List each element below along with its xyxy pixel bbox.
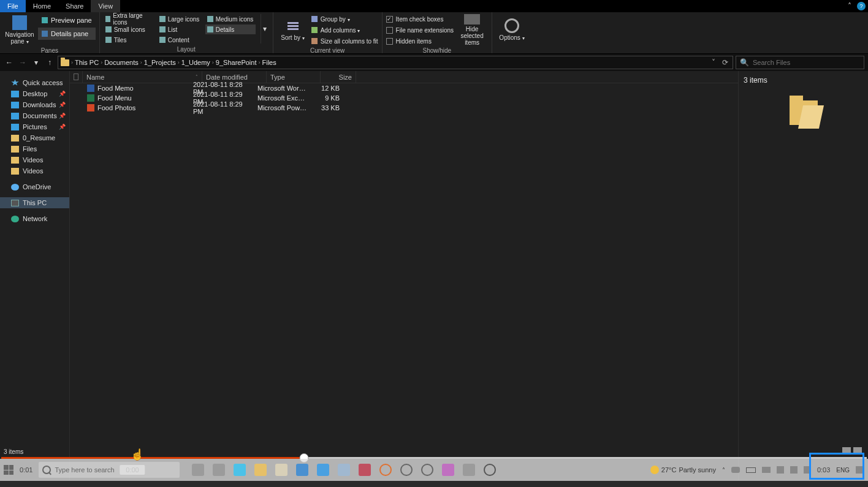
hide-selected-button[interactable]: Hide selected items [456,14,488,46]
file-row[interactable]: Food Memo 2021-08-11 8:28 PM Microsoft W… [70,83,738,93]
breadcrumb-seg[interactable]: This PC [75,59,99,66]
tab-view[interactable]: View [91,0,120,12]
nav-forward-button[interactable]: → [17,57,28,68]
file-name-extensions-toggle[interactable]: File name extensions [386,25,454,35]
sidebar-videos1[interactable]: Videos [0,154,69,165]
sidebar-videos2[interactable]: Videos [0,165,69,176]
sidebar-resume[interactable]: 0_Resume [0,132,69,143]
sidebar-desktop[interactable]: Desktop📌 [0,88,69,99]
column-name[interactable]: Name˄ [83,71,202,83]
cortana-icon[interactable] [192,464,204,476]
layout-content[interactable]: Content [158,35,202,45]
app-icon[interactable] [359,464,371,476]
notifications-icon[interactable] [856,466,864,474]
onedrive-tray-icon[interactable] [731,467,740,473]
nav-recent-dropdown[interactable]: ▾ [31,57,42,68]
folder-icon [11,135,19,142]
tab-file[interactable]: File [0,0,26,12]
sidebar-quick-access[interactable]: Quick access [0,77,69,88]
size-all-columns-button[interactable]: Size all columns to fit [311,36,378,46]
layout-list[interactable]: List [158,25,202,34]
sort-by-button[interactable]: Sort by [277,14,309,46]
pin-icon: 📌 [59,113,66,119]
battery-icon[interactable] [746,467,756,473]
view-details-icon[interactable] [842,447,851,453]
language-indicator[interactable]: ENG [836,467,850,474]
layout-small[interactable]: Small icons [104,25,154,34]
add-columns-button[interactable]: Add columns [311,25,378,35]
sidebar-network[interactable]: Network [0,213,69,224]
nav-back-button[interactable]: ← [4,57,15,68]
item-check-boxes-toggle[interactable]: ✓Item check boxes [386,14,454,24]
rewind-icon[interactable] [400,464,413,476]
breadcrumb-seg[interactable]: Files [262,59,276,66]
layout-medium[interactable]: Medium icons [205,14,256,24]
store-icon[interactable] [275,464,287,476]
breadcrumb[interactable]: › This PC› Documents› 1_Projects› 1_Udem… [58,56,733,69]
sort-caret-icon: ˄ [196,75,198,80]
layout-tiles[interactable]: Tiles [104,35,154,45]
ribbon-collapse-icon[interactable]: ˄ [845,2,855,10]
view-thumb-icon[interactable] [853,447,862,453]
sidebar-pictures[interactable]: Pictures📌 [0,121,69,132]
onenote-icon[interactable] [442,464,454,476]
breadcrumb-seg[interactable]: 9_SharePoint [216,59,257,66]
header-checkbox[interactable] [70,71,83,83]
sidebar-downloads[interactable]: Downloads📌 [0,99,69,110]
edge-icon[interactable] [234,464,246,476]
search-input[interactable] [753,59,860,66]
details-pane-button[interactable]: Details pane [38,28,96,40]
address-history-dropdown[interactable]: ˅ [709,58,718,67]
breadcrumb-seg[interactable]: Documents [104,59,139,66]
mail-icon[interactable] [317,464,329,476]
sidebar-documents[interactable]: Documents📌 [0,110,69,121]
help-icon[interactable]: ? [857,2,866,10]
hidden-items-toggle[interactable]: Hidden items [386,36,454,46]
volume-tray-icon[interactable] [804,466,811,474]
taskview-icon[interactable] [213,464,225,476]
folder-icon [11,157,19,164]
layout-details[interactable]: Details [205,25,256,34]
breadcrumb-seg[interactable]: 1_Projects [144,59,176,66]
expand-icon[interactable] [463,464,475,476]
windows-start-icon[interactable] [4,465,13,475]
tray-icon[interactable] [777,466,784,474]
tab-share[interactable]: Share [58,0,91,12]
tab-home[interactable]: Home [26,0,58,12]
column-type[interactable]: Type [267,71,321,83]
navigation-pane-button[interactable]: Navigation pane [4,14,36,46]
file-row[interactable]: Food Photos 2021-08-11 8:29 PM Microsoft… [70,103,738,113]
volume-icon[interactable] [421,464,433,476]
layout-expand-icon[interactable]: ▾ [261,14,269,43]
sidebar-this-pc[interactable]: This PC [0,197,69,208]
breadcrumb-seg[interactable]: 1_Udemy [181,59,210,66]
tray-icon[interactable] [790,466,798,474]
search-box[interactable]: 🔍 [736,56,864,69]
wifi-icon[interactable] [762,467,771,473]
settings-icon[interactable] [484,464,496,476]
pause-icon[interactable] [379,464,392,476]
weather-widget[interactable]: 27°C Partly sunny [650,466,716,474]
documents-icon [11,113,19,119]
options-button[interactable]: Options [496,14,528,46]
pc-icon [11,200,19,206]
ribbon-group-panes-label: Panes [4,46,96,55]
app-icon[interactable] [338,464,350,476]
sidebar-files[interactable]: Files [0,143,69,154]
details-pane: 3 items [738,71,868,480]
refresh-button[interactable]: ⟳ [720,58,730,67]
explorer-icon[interactable] [254,464,267,476]
chevron-up-icon[interactable]: ˄ [722,467,725,474]
nav-up-button[interactable]: ↑ [44,57,55,68]
sidebar-onedrive[interactable]: OneDrive [0,181,69,192]
file-row[interactable]: Food Menu 2021-08-11 8:29 PM Microsoft E… [70,93,738,103]
taskbar-search[interactable]: Type here to search [39,462,180,478]
column-size[interactable]: Size [321,71,356,83]
layout-extra-large[interactable]: Extra large icons [104,14,154,24]
app-icon[interactable] [296,464,308,476]
group-by-button[interactable]: Group by [311,14,378,24]
cloud-icon [11,184,19,191]
preview-pane-button[interactable]: Preview pane [38,14,96,26]
layout-large[interactable]: Large icons [158,14,202,24]
desktop-icon [11,91,19,97]
